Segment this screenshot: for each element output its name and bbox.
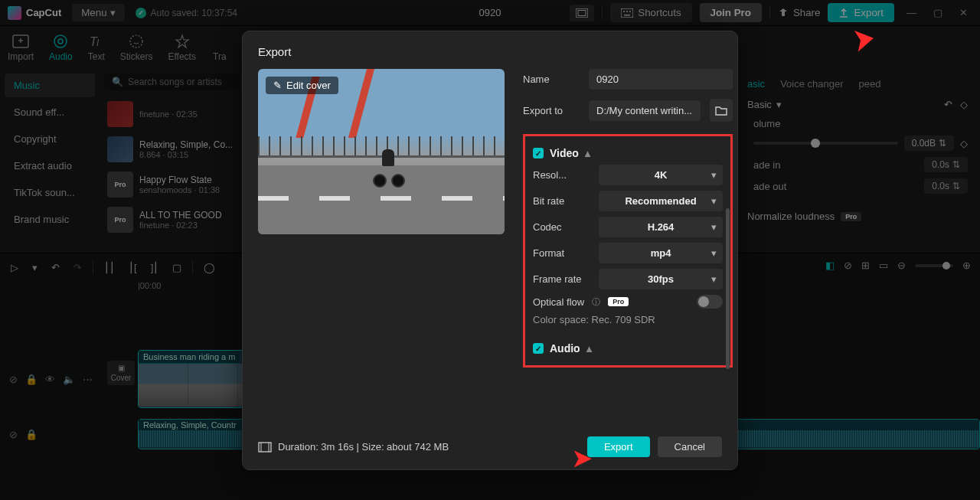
row-bitrate: Bit rate Recommended (533, 191, 723, 211)
video-settings-box: ✓ Video ▴ Resol... 4K Bit rate Recommend… (523, 134, 733, 368)
modal-body: ✎ Edit cover Name Export to D:/My conten… (258, 69, 722, 368)
edit-cover-label: Edit cover (286, 80, 331, 91)
bitrate-select[interactable]: Recommended (599, 191, 723, 211)
modal-title: Export (258, 45, 722, 58)
chevron-up-icon: ▴ (585, 147, 590, 159)
audio-checkbox[interactable]: ✓ (533, 343, 544, 354)
chevron-up-icon: ▴ (586, 342, 592, 355)
row-optical: Optical flow ⓘ Pro (533, 295, 723, 309)
row-name: Name (523, 69, 733, 90)
browse-folder-button[interactable] (710, 99, 733, 122)
resolution-select[interactable]: 4K (599, 165, 723, 185)
row-framerate: Frame rate 30fps (533, 269, 723, 289)
svg-rect-13 (259, 443, 271, 452)
modal-right: Name Export to D:/My content writin... ✓… (523, 69, 733, 368)
optical-label: Optical flow (533, 296, 584, 308)
bitrate-label: Bit rate (533, 195, 591, 207)
colorspace-text: Color space: Rec. 709 SDR (533, 314, 655, 325)
audio-section-label: Audio (550, 342, 580, 355)
pro-badge: Pro (608, 297, 629, 306)
section-audio[interactable]: ✓ Audio ▴ (533, 342, 723, 355)
row-colorspace: Color space: Rec. 709 SDR (533, 314, 723, 325)
name-label: Name (523, 74, 580, 85)
name-input[interactable] (589, 69, 733, 90)
codec-label: Codec (533, 221, 591, 233)
info-icon[interactable]: ⓘ (592, 296, 600, 308)
framerate-label: Frame rate (533, 273, 591, 285)
format-select[interactable]: mp4 (599, 243, 723, 263)
edit-cover-button[interactable]: ✎ Edit cover (266, 77, 338, 94)
video-section-label: Video (550, 147, 579, 159)
scrollbar-thumb[interactable] (726, 208, 730, 369)
export-modal: Export ✎ Edit cover Name Exp (242, 31, 738, 470)
framerate-select[interactable]: 30fps (599, 269, 723, 289)
film-icon (258, 442, 272, 453)
row-resolution: Resol... 4K (533, 165, 723, 185)
row-codec: Codec H.264 (533, 217, 723, 237)
section-video[interactable]: ✓ Video ▴ (533, 147, 723, 159)
duration-text: Duration: 3m 16s | Size: about 742 MB (278, 441, 449, 453)
modal-actions: Export Cancel (587, 436, 722, 457)
row-exportto: Export to D:/My content writin... (523, 99, 733, 122)
exportto-label: Export to (523, 105, 580, 116)
biker-shape (373, 149, 405, 188)
cover-preview: ✎ Edit cover (258, 69, 505, 234)
video-checkbox[interactable]: ✓ (533, 148, 544, 158)
codec-select[interactable]: H.264 (599, 217, 723, 237)
modal-footer: Duration: 3m 16s | Size: about 742 MB Ex… (258, 436, 722, 457)
exportto-path: D:/My content writin... (589, 100, 701, 121)
optical-toggle[interactable] (697, 295, 723, 309)
modal-export-button[interactable]: Export (587, 436, 650, 457)
row-format: Format mp4 (533, 243, 723, 263)
duration-info: Duration: 3m 16s | Size: about 742 MB (258, 441, 449, 453)
modal-left: ✎ Edit cover (258, 69, 505, 368)
format-label: Format (533, 247, 591, 259)
folder-icon (715, 105, 727, 116)
resolution-label: Resol... (533, 169, 591, 181)
pencil-icon: ✎ (273, 80, 282, 91)
modal-cancel-button[interactable]: Cancel (658, 436, 722, 457)
